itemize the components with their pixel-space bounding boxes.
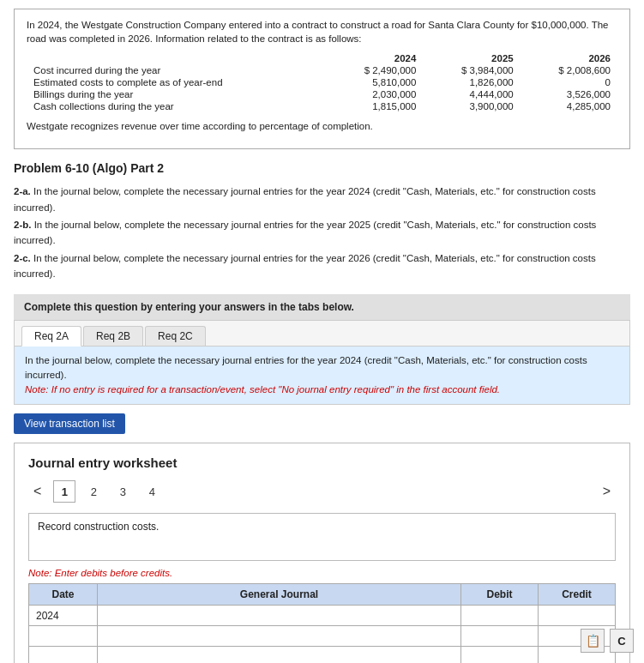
journal-credit-input-1[interactable] — [539, 606, 615, 625]
instruction-2a: 2-a. In the journal below, complete the … — [14, 184, 630, 215]
instruction-2c: 2-c. In the journal below, complete the … — [14, 250, 630, 282]
journal-row-2 — [29, 626, 616, 647]
row-2024-3: 2,030,000 — [326, 88, 423, 100]
row-label-1: Cost incurred during the year — [27, 64, 326, 76]
col-general-journal: General Journal — [98, 584, 461, 606]
row-2026-4: 4,285,000 — [521, 100, 617, 112]
note-secondary: Note: If no entry is required for a tran… — [25, 383, 619, 397]
tab-req2b[interactable]: Req 2B — [83, 326, 143, 346]
tab-req2a[interactable]: Req 2A — [21, 326, 81, 347]
journal-debit-2[interactable] — [461, 626, 539, 647]
debit-note: Note: Enter debits before credits. — [28, 568, 616, 578]
journal-general-input-1[interactable] — [98, 606, 460, 625]
page-wrapper: In 2024, the Westgate Construction Compa… — [0, 0, 644, 663]
row-2025-1: $ 3,984,000 — [423, 64, 520, 76]
journal-table: Date General Journal Debit Credit 2024 — [28, 583, 616, 663]
row-2025-4: 3,900,000 — [423, 100, 520, 112]
journal-debit-input-3[interactable] — [461, 647, 538, 663]
intro-text: In 2024, the Westgate Construction Compa… — [27, 18, 617, 45]
nav-page-2[interactable]: 2 — [82, 480, 105, 503]
col-header-2026: 2026 — [521, 52, 617, 64]
tabs-row: Req 2A Req 2B Req 2C — [15, 321, 629, 347]
instruction-bar-text: Complete this question by entering your … — [24, 301, 354, 313]
problem-header: Problem 6-10 (Algo) Part 2 — [14, 161, 630, 175]
nav-page-1[interactable]: 1 — [53, 480, 75, 503]
view-transaction-button[interactable]: View transaction list — [14, 413, 125, 434]
row-2025-2: 1,826,000 — [423, 76, 520, 88]
row-label-4: Cash collections during the year — [27, 100, 326, 112]
journal-general-2[interactable] — [98, 626, 461, 647]
row-2026-2: 0 — [521, 76, 617, 88]
row-label-2: Estimated costs to complete as of year-e… — [27, 76, 326, 88]
journal-general-1[interactable] — [98, 606, 461, 626]
nav-row: < 1 2 3 4 > — [28, 480, 616, 503]
tabs-container: Req 2A Req 2B Req 2C In the journal belo… — [14, 320, 630, 406]
col-debit: Debit — [461, 584, 539, 606]
instructions: 2-a. In the journal below, complete the … — [14, 184, 630, 281]
note-box: In the journal below, complete the neces… — [15, 347, 629, 405]
row-2024-4: 1,815,000 — [326, 100, 423, 112]
journal-debit-1[interactable] — [461, 606, 539, 626]
record-box-text: Record construction costs. — [38, 521, 159, 533]
c-icon[interactable]: C — [610, 629, 634, 653]
record-box: Record construction costs. — [28, 513, 616, 561]
journal-debit-input-1[interactable] — [461, 606, 538, 625]
tab-req2c[interactable]: Req 2C — [145, 326, 206, 346]
worksheet-container: Journal entry worksheet < 1 2 3 4 > Reco… — [14, 443, 630, 663]
data-table: 2024 2025 2026 Cost incurred during the … — [27, 52, 617, 112]
note-main: In the journal below, complete the neces… — [25, 353, 619, 383]
table-row: Cash collections during the year 1,815,0… — [27, 100, 617, 112]
row-2025-3: 4,444,000 — [423, 88, 520, 100]
nav-page-3[interactable]: 3 — [111, 480, 134, 503]
journal-date-2 — [29, 626, 98, 647]
table-row: Cost incurred during the year $ 2,490,00… — [27, 64, 617, 76]
journal-row-3 — [29, 647, 616, 663]
row-2024-1: $ 2,490,000 — [326, 64, 423, 76]
row-label-3: Billings during the year — [27, 88, 326, 100]
table-row: Estimated costs to complete as of year-e… — [27, 76, 617, 88]
view-transaction-area: View transaction list — [14, 405, 630, 443]
col-date: Date — [29, 584, 98, 606]
row-2024-2: 5,810,000 — [326, 76, 423, 88]
col-header-2025: 2025 — [423, 52, 520, 64]
journal-debit-input-2[interactable] — [461, 626, 538, 646]
footnote-text: Westgate recognizes revenue over time ac… — [27, 119, 617, 133]
nav-page-4[interactable]: 4 — [141, 480, 163, 503]
journal-credit-1[interactable] — [539, 606, 616, 626]
row-2026-3: 3,526,000 — [521, 88, 617, 100]
instruction-bar: Complete this question by entering your … — [14, 294, 630, 320]
journal-general-input-2[interactable] — [98, 626, 460, 646]
info-box: In 2024, the Westgate Construction Compa… — [14, 9, 630, 149]
journal-debit-3[interactable] — [461, 647, 539, 663]
row-2026-1: $ 2,008,600 — [521, 64, 617, 76]
col-credit: Credit — [539, 584, 616, 606]
bottom-right-icons: 📋 C — [581, 629, 634, 653]
journal-general-3[interactable] — [98, 647, 461, 663]
journal-row-1: 2024 — [29, 606, 616, 626]
col-header-label — [27, 52, 326, 64]
clipboard-icon[interactable]: 📋 — [581, 629, 605, 653]
nav-prev-button[interactable]: < — [28, 482, 46, 501]
nav-next-button[interactable]: > — [598, 482, 616, 501]
journal-date-1: 2024 — [29, 606, 98, 626]
col-header-2024: 2024 — [326, 52, 423, 64]
journal-general-input-3[interactable] — [98, 647, 460, 663]
journal-date-3 — [29, 647, 98, 663]
instruction-2b: 2-b. In the journal below, complete the … — [14, 217, 630, 249]
worksheet-title: Journal entry worksheet — [28, 455, 616, 470]
table-row: Billings during the year 2,030,000 4,444… — [27, 88, 617, 100]
